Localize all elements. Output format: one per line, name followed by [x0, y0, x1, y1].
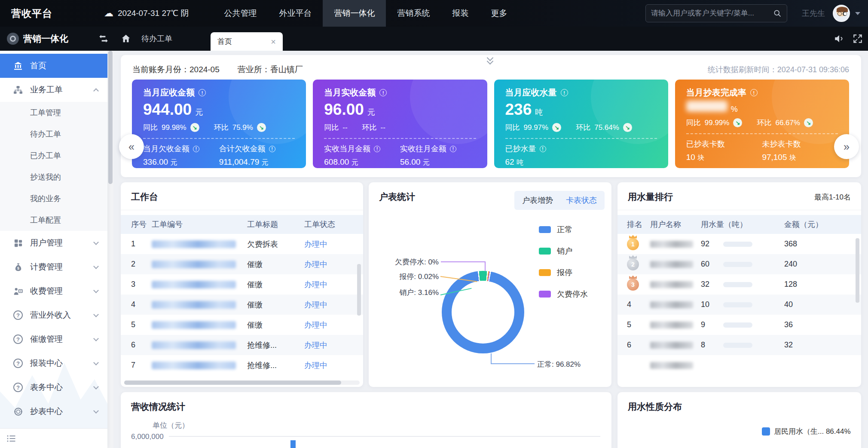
table-row[interactable]: 5催缴办理中 [121, 315, 363, 335]
status-link[interactable]: 办理中 [304, 239, 351, 249]
info-icon[interactable]: ! [379, 89, 387, 96]
status-link[interactable]: 办理中 [304, 259, 351, 270]
tab-todo-workorder[interactable]: 待办工单 [141, 27, 172, 51]
sidebar-group-label: 营业外收入 [30, 310, 71, 321]
sidebar-item-workorder-config[interactable]: 工单配置 [0, 209, 107, 231]
table-row[interactable]: 2催缴办理中 [121, 254, 363, 274]
fullscreen-icon[interactable] [852, 33, 863, 44]
sidebar-group-nonoperating-income[interactable]: ? 营业外收入 [0, 303, 107, 327]
status-link[interactable]: 办理中 [304, 360, 351, 371]
close-icon[interactable]: × [271, 37, 276, 46]
swap-arrows-icon[interactable] [98, 33, 109, 44]
info-icon[interactable]: ! [374, 146, 380, 152]
trend-down-icon: ↘ [804, 118, 813, 127]
list-item[interactable]: 4 10 40 [617, 295, 861, 315]
table-row[interactable]: 1欠费拆表办理中 [121, 234, 363, 254]
card-value-masked: % [686, 101, 838, 114]
list-item[interactable]: 2 60 240 [617, 254, 861, 274]
sidebar-item-workorder-done[interactable]: 已办工单 [0, 145, 107, 166]
card-receivable-water[interactable]: 当月应收水量! 236吨 同比99.97%↘ 环比75.64%↘ 已抄水量!62… [494, 80, 668, 168]
info-icon[interactable]: ! [199, 89, 206, 96]
home-icon[interactable] [120, 33, 131, 44]
nav-item-marketing-integrated[interactable]: 营销一体化 [323, 0, 386, 27]
list-item[interactable]: 3 32 128 [617, 274, 861, 295]
list-item[interactable]: 6 8 32 [617, 335, 861, 355]
list-item[interactable]: 5 9 36 [617, 315, 861, 335]
status-link[interactable]: 办理中 [304, 320, 351, 330]
info-icon[interactable]: ! [269, 146, 275, 152]
list-icon[interactable] [6, 433, 16, 444]
sidebar-group-install-center[interactable]: ? 报装中心 [0, 351, 107, 375]
office-value: 香山镇厂 [270, 64, 303, 75]
table-row[interactable]: 4催缴办理中 [121, 295, 363, 315]
list-item[interactable]: 1 92 368 [617, 234, 861, 254]
legend-item[interactable]: 报停 [539, 267, 588, 278]
search-input[interactable] [651, 9, 773, 18]
main-scrollbar[interactable] [107, 51, 113, 448]
sidebar-group-workorder[interactable]: 业务工单 [0, 78, 107, 102]
carousel-prev-button[interactable]: « [119, 134, 144, 159]
nav-item-install[interactable]: 报装 [441, 0, 480, 27]
global-search[interactable] [645, 4, 787, 22]
nav-item-marketing-system[interactable]: 营销系统 [386, 0, 441, 27]
sidebar-group-user-manage[interactable]: 用户管理 [0, 231, 107, 255]
sidebar-item-home[interactable]: 首页 [0, 54, 107, 78]
info-icon[interactable]: ! [750, 89, 758, 96]
info-icon[interactable]: ! [193, 146, 199, 152]
masked-order-id [152, 341, 236, 349]
speaker-icon[interactable] [834, 33, 845, 44]
sidebar-item-my-business[interactable]: 我的业务 [0, 188, 107, 209]
info-icon[interactable]: ! [540, 146, 546, 152]
username-label[interactable]: 王先生 [802, 8, 825, 18]
info-icon[interactable]: ! [450, 146, 456, 152]
tab-card-meter-status[interactable]: 卡表状态 [566, 195, 597, 206]
ranking-vertical-scrollbar[interactable] [856, 238, 859, 303]
status-link[interactable]: 办理中 [304, 279, 351, 290]
table-vertical-scrollbar[interactable] [357, 264, 361, 316]
table-row[interactable]: 7抢维修...办理中 [121, 355, 363, 375]
list-item-partial[interactable] [617, 355, 861, 375]
collapse-double-chevron-icon[interactable] [486, 55, 496, 65]
table-horizontal-scrollbar[interactable] [124, 380, 360, 385]
legend-item[interactable]: 居民用水（生... 86.44% [762, 427, 851, 436]
table-row[interactable]: 6抢维修...办理中 [121, 335, 363, 355]
sidebar-group-charging[interactable]: 收费管理 [0, 279, 107, 303]
nav-item-field[interactable]: 外业平台 [268, 0, 323, 27]
tab-home-active[interactable]: 首页 × [211, 32, 283, 51]
sidebar-group-collection[interactable]: ? 催缴管理 [0, 327, 107, 351]
tab-home-label[interactable]: 首页 [217, 37, 232, 46]
card-receivable-amount[interactable]: 当月应收金额! 944.00元 同比99.98%↘ 环比75.9%↘ 当月欠收金… [132, 80, 306, 168]
search-icon[interactable] [773, 9, 782, 18]
nav-item-more[interactable]: 更多 [480, 0, 518, 27]
sidebar-item-cc-me[interactable]: 抄送我的 [0, 166, 107, 188]
nav-item-public[interactable]: 公共管理 [213, 0, 268, 27]
revenue-stats-title: 营收情况统计 [121, 392, 611, 413]
ranking-table-body: 1 92 368 2 60 240 3 32 128 4 10 40 5 9 3… [617, 234, 861, 375]
card-meter-reading-rate[interactable]: 当月抄表完成率! % 同比99.99%↘ 环比66.67%↘ 已抄表卡数10 块… [675, 80, 849, 168]
table-row[interactable]: 3催缴办理中 [121, 274, 363, 295]
sidebar-group-meter-reading-center[interactable]: 抄表中心 [0, 399, 107, 423]
meter-donut[interactable] [442, 271, 524, 353]
card-received-amount[interactable]: 当月实收金额! 96.00元 同比-- 环比-- 实收当月金额!608.00 元… [313, 80, 487, 168]
user-menu-caret-icon[interactable] [855, 12, 860, 15]
status-link[interactable]: 办理中 [304, 300, 351, 310]
info-icon[interactable]: ! [561, 89, 568, 96]
callout-arrears: 欠费停水: 0% [395, 257, 439, 267]
sidebar-item-workorder-todo[interactable]: 待办工单 [0, 123, 107, 145]
sidebar-group-meter-center[interactable]: ? 表务中心 [0, 375, 107, 399]
legend-label: 居民用水（生... 86.44% [774, 427, 851, 436]
legend-item[interactable]: 正常 [539, 224, 588, 235]
trend-down-icon: ↘ [623, 123, 632, 132]
main-scrollbar-thumb[interactable] [108, 51, 113, 184]
legend-item[interactable]: 销户 [539, 246, 588, 256]
avatar[interactable] [833, 5, 850, 22]
legend-item[interactable]: 欠费停水 [539, 289, 588, 299]
scrollbar-thumb[interactable] [124, 380, 341, 385]
sidebar-item-workorder-manage[interactable]: 工单管理 [0, 102, 107, 123]
sidebar-group-billing[interactable]: $ 计费管理 [0, 255, 107, 279]
tab-meter-growth[interactable]: 户表增势 [522, 195, 553, 206]
usage-bar [723, 242, 752, 247]
status-link[interactable]: 办理中 [304, 340, 351, 350]
carousel-next-button[interactable]: » [834, 134, 859, 159]
masked-user-name [650, 342, 693, 349]
